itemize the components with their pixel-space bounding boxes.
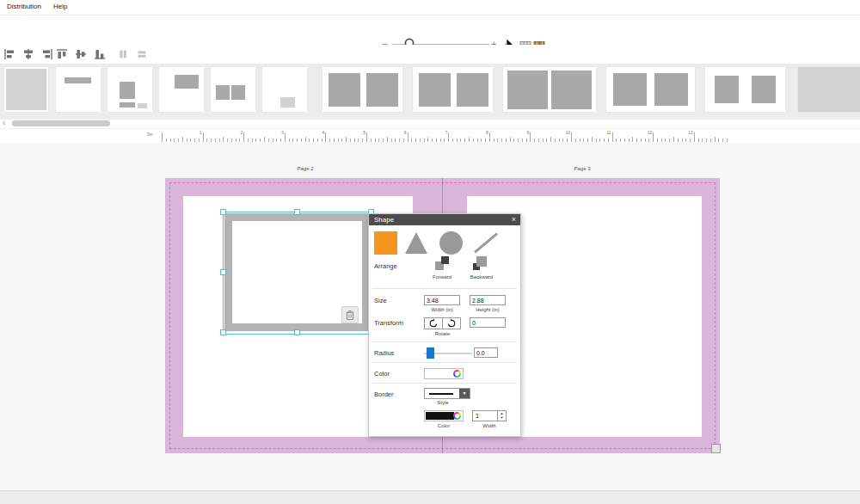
border-width-stepper[interactable]: 1 ▲▼: [472, 410, 507, 421]
ruler-tick: [301, 138, 302, 142]
ruler-tick: [255, 138, 256, 142]
design-canvas[interactable]: Page 2 Page 3: [0, 143, 860, 490]
footer-bar: [0, 490, 860, 504]
align-bottom-icon[interactable]: [94, 48, 106, 60]
ruler-tick: [170, 138, 171, 142]
ruler-tick: [243, 132, 244, 142]
color-wheel-icon[interactable]: [453, 412, 461, 420]
ruler-tick: [694, 132, 695, 142]
rotate-label: Rotate: [424, 331, 461, 336]
color-wheel-icon[interactable]: [453, 370, 461, 378]
delete-shape-button[interactable]: [341, 306, 359, 323]
rotate-cw-icon[interactable]: [442, 317, 461, 329]
ruler-tick: [452, 138, 453, 142]
radius-slider-thumb[interactable]: [427, 347, 434, 359]
template-thumbnail-11[interactable]: [705, 67, 785, 112]
rotation-angle-input[interactable]: [470, 317, 506, 328]
menu-distribution[interactable]: Distribution: [7, 3, 41, 10]
height-input[interactable]: [470, 295, 506, 305]
align-right-icon[interactable]: [41, 48, 53, 60]
shape-option-square[interactable]: [374, 231, 397, 255]
ruler-tick: [325, 132, 326, 142]
ruler-inch-label: 4: [322, 130, 325, 135]
ruler-tick: [444, 138, 445, 142]
height-unit-label: Height (in): [470, 307, 506, 312]
resize-handle-s[interactable]: [294, 329, 300, 335]
radius-label: Radius: [374, 349, 394, 357]
rotate-ccw-icon[interactable]: [424, 317, 443, 329]
zoom-toolbar: − +: [0, 15, 860, 45]
ruler-tick: [481, 138, 482, 142]
template-thumbnail-8[interactable]: [413, 67, 493, 112]
ruler-tick: [583, 138, 584, 142]
resize-handle-sw[interactable]: [220, 329, 226, 335]
ruler-tick: [690, 138, 691, 142]
fill-color-swatch[interactable]: [424, 368, 464, 379]
distribute-vertical-icon: [136, 48, 148, 60]
template-placeholder: [120, 102, 136, 108]
align-left-icon[interactable]: [3, 48, 15, 60]
template-thumbnail-12[interactable]: [798, 67, 860, 112]
ruler-tick: [706, 138, 707, 142]
ruler-tick: [227, 138, 228, 142]
align-middle-icon[interactable]: [75, 48, 87, 60]
border-width-value: 1: [476, 413, 479, 419]
ruler-tick: [231, 138, 232, 142]
template-thumbnail-9[interactable]: [503, 67, 596, 112]
resize-handle-n[interactable]: [294, 209, 300, 215]
template-placeholder: [457, 73, 488, 106]
template-thumbnail-2[interactable]: [56, 67, 101, 112]
ruler-inch-label: 9: [527, 130, 530, 135]
border-style-select[interactable]: ▾: [424, 388, 470, 399]
dialog-header[interactable]: Shape ×: [369, 214, 520, 225]
border-color-label: Color: [424, 423, 464, 428]
template-thumbnail-5[interactable]: [211, 67, 255, 112]
dialog-title: Shape: [374, 216, 394, 224]
template-thumbnail-10[interactable]: [606, 67, 695, 112]
ruler-tick: [629, 138, 630, 142]
send-backward-icon[interactable]: [472, 255, 488, 271]
resize-handle-nw[interactable]: [220, 209, 226, 215]
template-placeholder: [507, 71, 547, 109]
radius-input[interactable]: [474, 347, 498, 358]
shape-option-circle[interactable]: [439, 231, 463, 255]
scrollbar-thumb[interactable]: [12, 120, 110, 126]
ruler-tick: [313, 138, 314, 142]
template-placeholder: [64, 77, 90, 83]
align-center-horizontal-icon[interactable]: [22, 48, 34, 60]
close-icon[interactable]: ×: [512, 215, 516, 224]
template-thumbnail-7[interactable]: [322, 67, 402, 112]
border-color-swatch[interactable]: [424, 410, 464, 421]
width-input[interactable]: [424, 295, 460, 305]
ruler-tick: [485, 138, 486, 142]
template-placeholder: [280, 97, 296, 107]
ruler-inch-label: 6: [404, 130, 407, 135]
scroll-left-chevron-icon[interactable]: ‹: [3, 118, 5, 127]
ruler-tick: [497, 138, 498, 142]
ruler-inch-label: 12: [648, 130, 653, 135]
menu-help[interactable]: Help: [53, 3, 67, 10]
template-thumbnail-4[interactable]: [159, 67, 204, 112]
align-top-icon[interactable]: [56, 48, 68, 60]
shape-option-triangle[interactable]: [405, 232, 427, 254]
ruler-tick: [358, 138, 359, 142]
distribute-horizontal-icon: [117, 48, 129, 60]
border-color-fill: [426, 412, 454, 420]
ruler-tick: [415, 138, 416, 142]
resize-handle-w[interactable]: [220, 269, 226, 275]
stepper-arrows-icon[interactable]: ▲▼: [497, 411, 506, 421]
chevron-down-icon[interactable]: ▾: [459, 389, 470, 398]
template-thumbnail-3[interactable]: [108, 67, 152, 112]
ruler-tick: [718, 138, 719, 142]
ruler-tick: [559, 138, 560, 142]
template-thumbnail-6[interactable]: [262, 67, 307, 112]
spread-resize-handle[interactable]: [711, 444, 721, 453]
ruler-tick: [391, 138, 392, 142]
ruler-tick: [280, 138, 281, 142]
shape-option-line[interactable]: [474, 232, 498, 253]
template-thumbnail-1[interactable]: [4, 67, 48, 112]
ruler-tick: [608, 138, 609, 142]
ruler-tick: [648, 138, 649, 142]
ruler-tick: [322, 138, 322, 142]
bring-forward-icon[interactable]: [434, 255, 450, 271]
